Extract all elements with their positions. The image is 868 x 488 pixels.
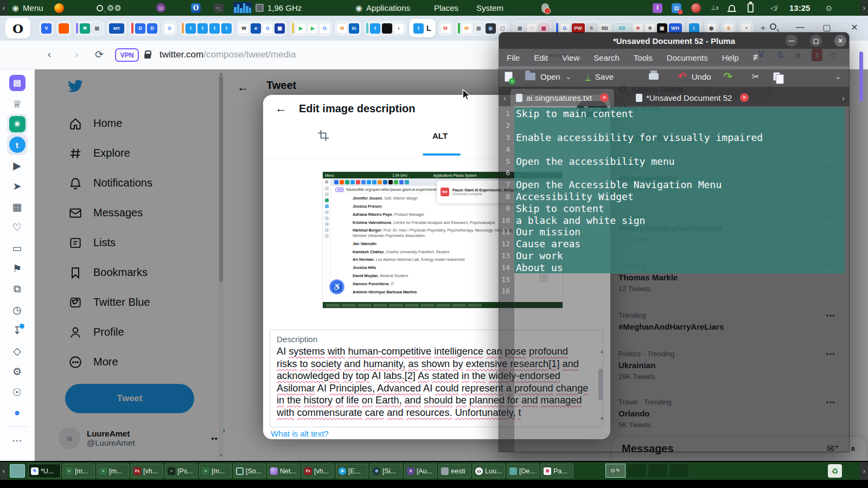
save-button[interactable]: Save: [595, 72, 614, 81]
tab-favicon[interactable]: t: [186, 23, 196, 34]
magnifier-launcher[interactable]: ⚙⚙: [97, 0, 122, 16]
places-menu[interactable]: Places: [434, 0, 458, 16]
pluma-menu-file[interactable]: File: [507, 53, 520, 62]
tab-favicon[interactable]: M: [337, 23, 347, 34]
opera-menu-button[interactable]: O: [5, 18, 30, 38]
tab-group[interactable]: DD: [129, 21, 159, 36]
workspace-2[interactable]: [627, 464, 647, 478]
taskbar-window-circle[interactable]: [So...: [233, 464, 266, 478]
tor-launcher[interactable]: ))): [156, 0, 165, 16]
tab-close-icon[interactable]: ✕: [740, 93, 749, 102]
sidebar-chat-icon[interactable]: ●: [0, 402, 35, 423]
print-icon[interactable]: [649, 73, 659, 80]
sidebar-feed-icon[interactable]: ▭: [0, 237, 35, 258]
tab-favicon[interactable]: t: [221, 23, 232, 34]
sidebar-more-icon[interactable]: ⋯: [0, 430, 35, 451]
tab-favicon[interactable]: ▤: [92, 23, 102, 34]
sidebar-speed-dial-icon[interactable]: ▦: [0, 196, 35, 217]
tab-favicon[interactable]: ▦: [275, 23, 285, 34]
tab-group[interactable]: t◐: [364, 21, 406, 36]
clock-applet[interactable]: 13:25: [789, 0, 810, 16]
tab-favicon[interactable]: [59, 23, 69, 34]
tab-scroll-right-icon[interactable]: ›: [840, 93, 847, 102]
tab-favicon[interactable]: t: [689, 23, 699, 34]
tray-recorder[interactable]: [691, 0, 701, 16]
workspace-4[interactable]: [669, 464, 689, 478]
tab-favicon[interactable]: M: [441, 23, 451, 34]
tab-favicon[interactable]: W: [239, 23, 249, 34]
taskbar-collapse-left[interactable]: ‹: [0, 462, 8, 480]
tab-favicon[interactable]: PW: [572, 23, 585, 34]
workspace-pager[interactable]: O✎: [605, 464, 689, 478]
pluma-tab[interactable]: ai.singnsatures.txt✕: [510, 89, 614, 106]
taskbar-collapse-right[interactable]: ›: [860, 462, 868, 480]
tab-favicon[interactable]: ◍: [486, 23, 496, 34]
taskbar-window-sq[interactable]: [De...: [507, 464, 539, 478]
tray-volume[interactable]: ◁/: [770, 0, 778, 16]
address-bar[interactable]: twitter.com/compose/tweet/media: [159, 49, 296, 60]
workspace-1[interactable]: O✎: [605, 464, 626, 478]
browser-search-icon[interactable]: [767, 22, 779, 32]
open-button[interactable]: Open: [540, 72, 560, 81]
pluma-menu-documents[interactable]: Documents: [667, 53, 708, 62]
system-menu[interactable]: System: [476, 0, 503, 16]
tab-group[interactable]: err: [107, 21, 126, 36]
tab-close-icon[interactable]: ✕: [600, 93, 609, 102]
tab-favicon[interactable]: err: [109, 23, 124, 34]
pluma-menu-view[interactable]: View: [562, 53, 579, 62]
tab-favicon[interactable]: t: [209, 23, 220, 34]
taskbar-window-folder[interactable]: eesti: [438, 464, 471, 478]
sidebar-twitter-icon[interactable]: t: [0, 134, 35, 155]
taskbar-window-fz[interactable]: Fz[vh...: [131, 464, 163, 478]
reload-button[interactable]: ⟳: [92, 48, 106, 61]
cut-icon[interactable]: ✂: [751, 71, 759, 82]
pluma-menu-help[interactable]: Help: [722, 53, 739, 62]
active-tab[interactable]: tL: [409, 19, 436, 37]
terminal-launcher[interactable]: >_: [214, 0, 224, 16]
workspace-3[interactable]: [648, 464, 668, 478]
crop-tab-icon[interactable]: [317, 130, 329, 142]
tab-favicon[interactable]: M: [462, 23, 472, 34]
tab-group[interactable]: G: [162, 21, 177, 36]
taskbar-window-tg[interactable]: ➤[E...: [336, 464, 368, 478]
tray-audio[interactable]: ‖: [653, 0, 662, 16]
forward-button[interactable]: ›: [69, 48, 84, 60]
sidebar-history-icon[interactable]: ◷: [0, 299, 35, 320]
tray-notifications[interactable]: [729, 0, 735, 16]
sidebar-downloads-icon[interactable]: ↧: [0, 320, 35, 341]
tab-group[interactable]: Min: [335, 21, 361, 36]
pluma-minimize-button[interactable]: —: [786, 35, 797, 47]
tab-group[interactable]: ✳▤: [74, 21, 104, 36]
undo-button[interactable]: Undo: [692, 72, 711, 81]
tab-favicon[interactable]: ▤: [474, 23, 484, 34]
redo-icon[interactable]: ↷: [724, 70, 733, 83]
taskbar-window-fz[interactable]: Fz[vh...: [302, 464, 334, 478]
tray-network-x[interactable]: ⊥x: [711, 0, 719, 16]
new-document-icon[interactable]: [505, 72, 513, 82]
sidebar-pinboards-icon[interactable]: ⚑: [0, 258, 35, 279]
pluma-menu-tools[interactable]: Tools: [634, 53, 653, 62]
page-scrollbar-thumb[interactable]: [859, 52, 863, 101]
taskbar-window-term[interactable]: >[m...: [97, 464, 129, 478]
tab-favicon[interactable]: D: [147, 23, 157, 34]
tab-favicon[interactable]: t: [413, 23, 424, 34]
taskbar-window-pluma[interactable]: ✎*U...: [28, 464, 61, 478]
tab-favicon[interactable]: SD: [598, 23, 611, 34]
tab-group[interactable]: M: [438, 21, 453, 36]
taskbar-window-term[interactable]: >[m...: [199, 464, 232, 478]
tab-favicon[interactable]: ◔: [527, 23, 537, 34]
tab-favicon[interactable]: ✳: [80, 23, 90, 34]
sidebar-player-icon[interactable]: ▶: [0, 155, 35, 176]
taskbar-window-orb[interactable]: Net...: [267, 464, 300, 478]
what-is-alt-text-link[interactable]: What is alt text?: [271, 429, 329, 438]
trash-applet[interactable]: ♻: [828, 464, 842, 478]
tab-favicon[interactable]: t: [370, 23, 380, 34]
sidebar-tips-icon[interactable]: ☉: [0, 382, 35, 402]
pluma-close-button[interactable]: ✕: [834, 35, 846, 47]
back-button[interactable]: ‹: [42, 48, 56, 60]
panel-collapse-right[interactable]: ›: [860, 0, 868, 16]
sidebar-favorites-icon[interactable]: ♡: [0, 217, 35, 237]
pluma-maximize-button[interactable]: ▢: [810, 35, 822, 47]
sidebar-flow-icon[interactable]: ⧉: [0, 279, 35, 299]
sidebar-settings-icon[interactable]: ⚙: [0, 361, 35, 382]
